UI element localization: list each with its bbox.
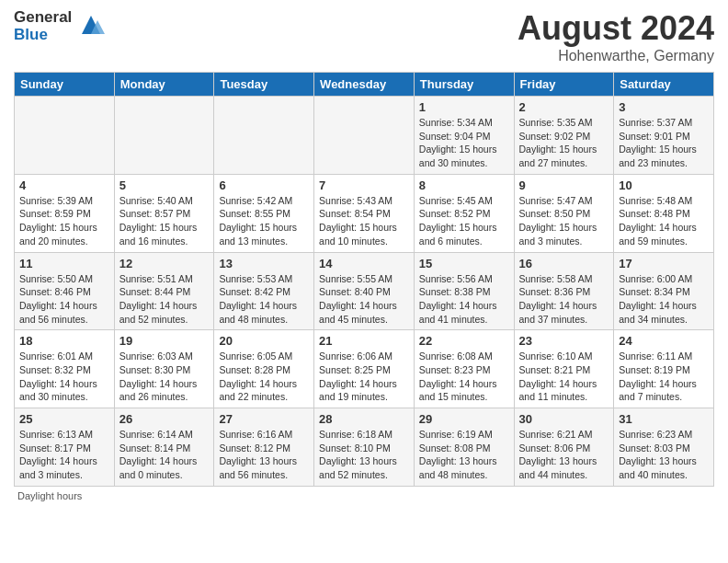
- table-row: 19Sunrise: 6:03 AM Sunset: 8:30 PM Dayli…: [114, 330, 214, 408]
- day-number: 28: [319, 412, 409, 426]
- day-number: 12: [119, 257, 210, 270]
- day-number: 7: [319, 178, 409, 192]
- table-row: [15, 97, 115, 175]
- table-row: 22Sunrise: 6:08 AM Sunset: 8:23 PM Dayli…: [414, 330, 514, 408]
- calendar-week-row: 11Sunrise: 5:50 AM Sunset: 8:46 PM Dayli…: [15, 252, 714, 330]
- calendar-table: Sunday Monday Tuesday Wednesday Thursday…: [14, 72, 714, 487]
- day-info: Sunrise: 5:56 AM Sunset: 8:38 PM Dayligh…: [419, 272, 509, 327]
- logo: General Blue: [14, 9, 105, 43]
- day-info: Sunrise: 6:01 AM Sunset: 8:32 PM Dayligh…: [19, 350, 109, 404]
- day-info: Sunrise: 6:13 AM Sunset: 8:17 PM Dayligh…: [19, 428, 109, 482]
- day-info: Sunrise: 5:50 AM Sunset: 8:46 PM Dayligh…: [19, 272, 109, 327]
- day-number: 26: [119, 412, 210, 426]
- table-row: 25Sunrise: 6:13 AM Sunset: 8:17 PM Dayli…: [15, 408, 115, 487]
- day-number: 17: [619, 257, 709, 270]
- day-number: 11: [19, 257, 109, 270]
- day-info: Sunrise: 6:23 AM Sunset: 8:03 PM Dayligh…: [619, 428, 709, 482]
- day-number: 20: [219, 334, 309, 348]
- day-number: 14: [319, 257, 409, 270]
- day-info: Sunrise: 5:51 AM Sunset: 8:44 PM Dayligh…: [119, 272, 210, 327]
- day-info: Sunrise: 5:39 AM Sunset: 8:59 PM Dayligh…: [19, 194, 109, 248]
- day-info: Sunrise: 5:34 AM Sunset: 9:04 PM Dayligh…: [419, 116, 509, 170]
- table-row: 26Sunrise: 6:14 AM Sunset: 8:14 PM Dayli…: [114, 408, 214, 487]
- day-number: 29: [419, 412, 509, 426]
- day-number: 27: [219, 412, 309, 426]
- table-row: 4Sunrise: 5:39 AM Sunset: 8:59 PM Daylig…: [15, 174, 115, 252]
- day-info: Sunrise: 5:43 AM Sunset: 8:54 PM Dayligh…: [319, 194, 409, 248]
- day-number: 31: [619, 412, 709, 426]
- calendar-week-row: 18Sunrise: 6:01 AM Sunset: 8:32 PM Dayli…: [15, 330, 714, 408]
- day-info: Sunrise: 6:05 AM Sunset: 8:28 PM Dayligh…: [219, 350, 309, 404]
- table-row: 18Sunrise: 6:01 AM Sunset: 8:32 PM Dayli…: [15, 330, 115, 408]
- day-info: Sunrise: 6:00 AM Sunset: 8:34 PM Dayligh…: [619, 272, 709, 327]
- page-container: General Blue August 2024 Hohenwarthe, Ge…: [0, 0, 728, 511]
- day-info: Sunrise: 5:47 AM Sunset: 8:50 PM Dayligh…: [519, 194, 609, 248]
- day-number: 10: [619, 178, 709, 192]
- day-number: 3: [619, 100, 709, 114]
- day-info: Sunrise: 5:48 AM Sunset: 8:48 PM Dayligh…: [619, 194, 709, 248]
- table-row: 24Sunrise: 6:11 AM Sunset: 8:19 PM Dayli…: [614, 330, 714, 408]
- table-row: 7Sunrise: 5:43 AM Sunset: 8:54 PM Daylig…: [314, 174, 415, 252]
- day-number: 1: [419, 100, 509, 114]
- day-info: Sunrise: 5:42 AM Sunset: 8:55 PM Dayligh…: [219, 194, 309, 248]
- calendar-week-row: 4Sunrise: 5:39 AM Sunset: 8:59 PM Daylig…: [15, 174, 714, 252]
- table-row: 21Sunrise: 6:06 AM Sunset: 8:25 PM Dayli…: [314, 330, 415, 408]
- calendar-header-row: Sunday Monday Tuesday Wednesday Thursday…: [15, 73, 714, 97]
- day-number: 13: [219, 257, 309, 270]
- day-info: Sunrise: 5:45 AM Sunset: 8:52 PM Dayligh…: [419, 194, 509, 248]
- footer-note: Daylight hours: [14, 490, 714, 501]
- day-number: 16: [519, 257, 609, 270]
- day-info: Sunrise: 6:21 AM Sunset: 8:06 PM Dayligh…: [519, 428, 609, 482]
- day-info: Sunrise: 6:08 AM Sunset: 8:23 PM Dayligh…: [419, 350, 509, 404]
- table-row: 2Sunrise: 5:35 AM Sunset: 9:02 PM Daylig…: [514, 97, 614, 175]
- table-row: 13Sunrise: 5:53 AM Sunset: 8:42 PM Dayli…: [214, 252, 314, 330]
- table-row: 31Sunrise: 6:23 AM Sunset: 8:03 PM Dayli…: [614, 408, 714, 487]
- table-row: 6Sunrise: 5:42 AM Sunset: 8:55 PM Daylig…: [214, 174, 314, 252]
- col-thursday: Thursday: [414, 73, 514, 97]
- month-title: August 2024: [518, 9, 714, 48]
- day-info: Sunrise: 6:19 AM Sunset: 8:08 PM Dayligh…: [419, 428, 509, 482]
- table-row: 27Sunrise: 6:16 AM Sunset: 8:12 PM Dayli…: [214, 408, 314, 487]
- table-row: 12Sunrise: 5:51 AM Sunset: 8:44 PM Dayli…: [114, 252, 214, 330]
- table-row: 17Sunrise: 6:00 AM Sunset: 8:34 PM Dayli…: [614, 252, 714, 330]
- table-row: 3Sunrise: 5:37 AM Sunset: 9:01 PM Daylig…: [614, 97, 714, 175]
- table-row: 28Sunrise: 6:18 AM Sunset: 8:10 PM Dayli…: [314, 408, 415, 487]
- header: General Blue August 2024 Hohenwarthe, Ge…: [14, 9, 714, 64]
- table-row: 16Sunrise: 5:58 AM Sunset: 8:36 PM Dayli…: [514, 252, 614, 330]
- day-info: Sunrise: 5:40 AM Sunset: 8:57 PM Dayligh…: [119, 194, 210, 248]
- table-row: 23Sunrise: 6:10 AM Sunset: 8:21 PM Dayli…: [514, 330, 614, 408]
- calendar-week-row: 1Sunrise: 5:34 AM Sunset: 9:04 PM Daylig…: [15, 97, 714, 175]
- day-number: 8: [419, 178, 509, 192]
- day-number: 25: [19, 412, 109, 426]
- table-row: [114, 97, 214, 175]
- table-row: 1Sunrise: 5:34 AM Sunset: 9:04 PM Daylig…: [414, 97, 514, 175]
- day-info: Sunrise: 5:37 AM Sunset: 9:01 PM Dayligh…: [619, 116, 709, 170]
- day-number: 22: [419, 334, 509, 348]
- col-monday: Monday: [114, 73, 214, 97]
- col-wednesday: Wednesday: [314, 73, 415, 97]
- day-info: Sunrise: 6:06 AM Sunset: 8:25 PM Dayligh…: [319, 350, 409, 404]
- table-row: 9Sunrise: 5:47 AM Sunset: 8:50 PM Daylig…: [514, 174, 614, 252]
- table-row: 15Sunrise: 5:56 AM Sunset: 8:38 PM Dayli…: [414, 252, 514, 330]
- table-row: 11Sunrise: 5:50 AM Sunset: 8:46 PM Dayli…: [15, 252, 115, 330]
- day-number: 5: [119, 178, 210, 192]
- table-row: 14Sunrise: 5:55 AM Sunset: 8:40 PM Dayli…: [314, 252, 415, 330]
- logo-text: General Blue: [14, 9, 105, 43]
- day-number: 9: [519, 178, 609, 192]
- title-section: August 2024 Hohenwarthe, Germany: [518, 9, 714, 64]
- table-row: 29Sunrise: 6:19 AM Sunset: 8:08 PM Dayli…: [414, 408, 514, 487]
- day-info: Sunrise: 5:53 AM Sunset: 8:42 PM Dayligh…: [219, 272, 309, 327]
- logo-general: General: [14, 9, 72, 27]
- day-info: Sunrise: 6:16 AM Sunset: 8:12 PM Dayligh…: [219, 428, 309, 482]
- day-number: 6: [219, 178, 309, 192]
- day-number: 21: [319, 334, 409, 348]
- day-number: 2: [519, 100, 609, 114]
- col-tuesday: Tuesday: [214, 73, 314, 97]
- logo-icon: [77, 11, 105, 42]
- day-number: 30: [519, 412, 609, 426]
- day-info: Sunrise: 6:11 AM Sunset: 8:19 PM Dayligh…: [619, 350, 709, 404]
- day-info: Sunrise: 6:18 AM Sunset: 8:10 PM Dayligh…: [319, 428, 409, 482]
- day-info: Sunrise: 6:10 AM Sunset: 8:21 PM Dayligh…: [519, 350, 609, 404]
- col-sunday: Sunday: [15, 73, 115, 97]
- day-number: 18: [19, 334, 109, 348]
